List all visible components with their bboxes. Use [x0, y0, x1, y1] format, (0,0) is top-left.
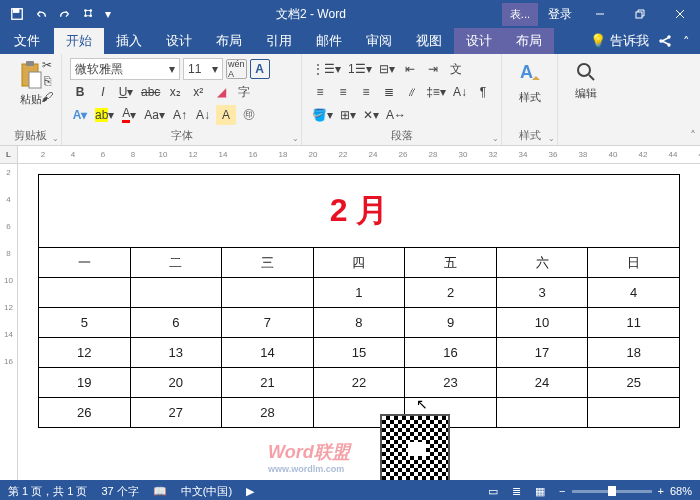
vertical-ruler[interactable]: 246810121416 [0, 164, 18, 480]
zoom-level[interactable]: 68% [670, 485, 692, 497]
print-layout-icon[interactable]: ≣ [512, 485, 521, 498]
calendar-header-cell[interactable]: 五 [405, 248, 497, 278]
cut-icon[interactable]: ✂ [37, 58, 57, 72]
calendar-header-cell[interactable]: 日 [588, 248, 680, 278]
multilevel-list-icon[interactable]: ⊟▾ [377, 59, 397, 79]
tab-home[interactable]: 开始 [54, 28, 104, 54]
minimize-icon[interactable] [580, 0, 620, 28]
shading-icon[interactable]: 🪣▾ [310, 105, 335, 125]
calendar-cell[interactable]: 5 [39, 308, 131, 338]
bold-icon[interactable]: B [70, 82, 90, 102]
calendar-cell[interactable]: 23 [405, 368, 497, 398]
language-indicator[interactable]: 中文(中国) [181, 484, 232, 499]
char-scale-icon[interactable]: A↔ [384, 105, 408, 125]
collapse-ribbon-icon[interactable]: ˄ [683, 34, 690, 49]
calendar-cell[interactable] [222, 278, 314, 308]
char-shading-icon[interactable]: Aa▾ [142, 105, 167, 125]
calendar-cell[interactable]: 13 [130, 338, 222, 368]
calendar-cell[interactable]: 8 [313, 308, 405, 338]
grow-font-icon[interactable]: A↑ [170, 105, 190, 125]
web-layout-icon[interactable]: ▦ [535, 485, 545, 498]
text-direction-icon[interactable]: ✕▾ [361, 105, 381, 125]
tab-layout[interactable]: 布局 [204, 28, 254, 54]
customize-qat-icon[interactable] [78, 3, 100, 25]
calendar-cell[interactable]: 25 [588, 368, 680, 398]
tab-insert[interactable]: 插入 [104, 28, 154, 54]
justify-icon[interactable]: ≣ [379, 82, 399, 102]
calendar-header-cell[interactable]: 二 [130, 248, 222, 278]
tab-references[interactable]: 引用 [254, 28, 304, 54]
calendar-cell[interactable]: 28 [222, 398, 314, 428]
calendar-cell[interactable] [39, 278, 131, 308]
calendar-cell[interactable] [588, 398, 680, 428]
highlight-icon[interactable]: ab▾ [93, 105, 116, 125]
tab-table-layout[interactable]: 布局 [504, 28, 554, 54]
login-button[interactable]: 登录 [540, 6, 580, 23]
tell-me-search[interactable]: 💡 告诉我 [590, 32, 649, 50]
restore-icon[interactable] [620, 0, 660, 28]
decrease-indent-icon[interactable]: ⇤ [400, 59, 420, 79]
phonetic-guide-icon[interactable]: wénA [226, 59, 247, 79]
calendar-cell[interactable] [130, 278, 222, 308]
save-icon[interactable] [6, 3, 28, 25]
align-left-icon[interactable]: ≡ [310, 82, 330, 102]
numbering-icon[interactable]: 1☰▾ [346, 59, 374, 79]
calendar-cell[interactable]: 14 [222, 338, 314, 368]
calendar-cell[interactable]: 21 [222, 368, 314, 398]
spell-check-icon[interactable]: 📖 [153, 485, 167, 498]
tab-selector-icon[interactable]: L [0, 146, 18, 164]
zoom-in-icon[interactable]: + [658, 485, 664, 497]
calendar-cell[interactable]: 12 [39, 338, 131, 368]
superscript-icon[interactable]: x² [188, 82, 208, 102]
calendar-cell[interactable]: 24 [496, 368, 588, 398]
calendar-cell[interactable]: 2 [405, 278, 497, 308]
asian-layout-icon[interactable]: 文 [446, 59, 466, 79]
change-case-icon[interactable]: A [216, 105, 236, 125]
clear-format-icon[interactable]: ◢ [211, 82, 231, 102]
strikethrough-icon[interactable]: abc [139, 82, 162, 102]
calendar-cell[interactable]: 16 [405, 338, 497, 368]
calendar-header-cell[interactable]: 一 [39, 248, 131, 278]
copy-icon[interactable]: ⎘ [37, 74, 57, 88]
sort-icon[interactable]: A↓ [450, 82, 470, 102]
tab-view[interactable]: 视图 [404, 28, 454, 54]
zoom-slider[interactable] [572, 490, 652, 493]
circled-char-icon[interactable]: ㊞ [239, 105, 259, 125]
tab-mailings[interactable]: 邮件 [304, 28, 354, 54]
font-size-combo[interactable]: 11▾ [183, 58, 223, 80]
calendar-cell[interactable]: 4 [588, 278, 680, 308]
calendar-cell[interactable]: 20 [130, 368, 222, 398]
calendar-table[interactable]: 一二三四五六日 12345678910111213141516171819202… [38, 247, 680, 428]
undo-icon[interactable] [30, 3, 52, 25]
align-right-icon[interactable]: ≡ [356, 82, 376, 102]
borders-icon[interactable]: ⊞▾ [338, 105, 358, 125]
show-marks-icon[interactable]: ¶ [473, 82, 493, 102]
macro-record-icon[interactable]: ▶ [246, 485, 254, 498]
calendar-cell[interactable]: 1 [313, 278, 405, 308]
zoom-control[interactable]: − + 68% [559, 485, 692, 497]
calendar-cell[interactable]: 26 [39, 398, 131, 428]
text-effects-icon[interactable]: A▾ [70, 105, 90, 125]
italic-icon[interactable]: I [93, 82, 113, 102]
calendar-cell[interactable]: 19 [39, 368, 131, 398]
editing-button[interactable]: 编辑 [566, 58, 606, 103]
enclose-char-icon[interactable]: 字 [234, 82, 254, 102]
format-painter-icon[interactable]: 🖌 [37, 90, 57, 104]
line-spacing-icon[interactable]: ‡≡▾ [425, 82, 447, 102]
calendar-cell[interactable]: 7 [222, 308, 314, 338]
zoom-out-icon[interactable]: − [559, 485, 565, 497]
collapse-ribbon-pin-icon[interactable]: ˄ [690, 129, 696, 143]
calendar-cell[interactable]: 3 [496, 278, 588, 308]
calendar-cell[interactable]: 27 [130, 398, 222, 428]
calendar-header-cell[interactable]: 六 [496, 248, 588, 278]
read-mode-icon[interactable]: ▭ [488, 485, 498, 498]
tab-table-design[interactable]: 设计 [454, 28, 504, 54]
calendar-cell[interactable]: 6 [130, 308, 222, 338]
font-family-combo[interactable]: 微软雅黑▾ [70, 58, 180, 80]
horizontal-ruler[interactable]: L 24681012141618202224262830323436384042… [0, 146, 700, 164]
calendar-cell[interactable]: 11 [588, 308, 680, 338]
increase-indent-icon[interactable]: ⇥ [423, 59, 443, 79]
word-count[interactable]: 37 个字 [101, 484, 138, 499]
share-icon[interactable] [659, 34, 673, 48]
shrink-font-icon[interactable]: A↓ [193, 105, 213, 125]
